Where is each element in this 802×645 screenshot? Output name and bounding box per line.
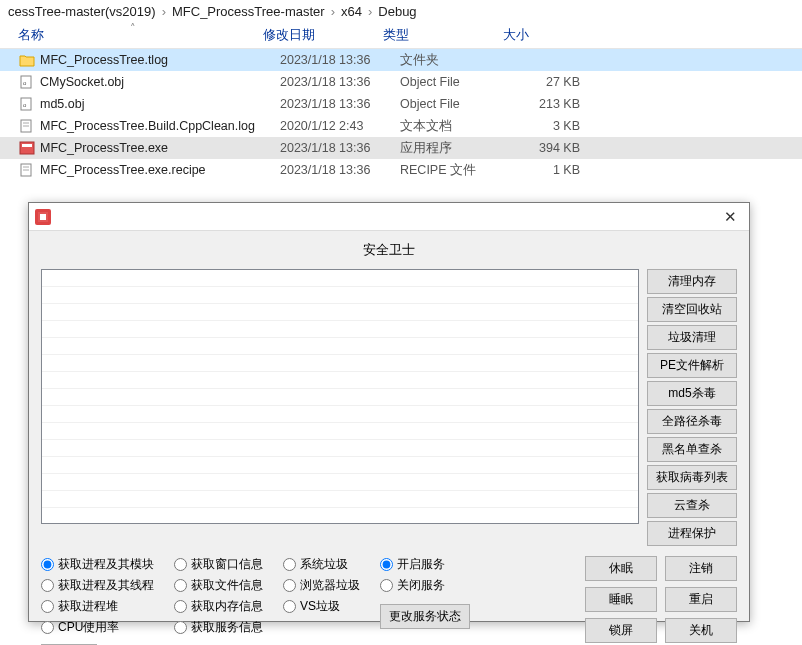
power-button[interactable]: 睡眠 (585, 587, 657, 612)
action-button[interactable]: 云查杀 (647, 493, 737, 518)
radio-label: CPU使用率 (58, 619, 119, 636)
col-date[interactable]: 修改日期 (263, 27, 383, 44)
radio-option[interactable]: 关闭服务 (380, 577, 470, 594)
radio-label: 关闭服务 (397, 577, 445, 594)
radio-option[interactable]: 获取文件信息 (174, 577, 263, 594)
file-icon (18, 162, 36, 178)
radio-option[interactable]: 获取窗口信息 (174, 556, 263, 573)
radio-option[interactable]: 获取进程及其线程 (41, 577, 154, 594)
file-date: 2023/1/18 13:36 (280, 75, 400, 89)
file-size: 394 KB (520, 141, 580, 155)
svg-rect-7 (20, 142, 34, 154)
action-button[interactable]: 获取病毒列表 (647, 465, 737, 490)
action-button[interactable]: 进程保护 (647, 521, 737, 546)
file-row[interactable]: MFC_ProcessTree.tlog2023/1/18 13:36文件夹 (0, 49, 802, 71)
radio-option[interactable]: 浏览器垃圾 (283, 577, 360, 594)
file-row[interactable]: oCMySocket.obj2023/1/18 13:36Object File… (0, 71, 802, 93)
file-type: Object File (400, 97, 520, 111)
breadcrumb-part[interactable]: cessTree-master(vs2019) (8, 4, 156, 19)
file-explorer: cessTree-master(vs2019) › MFC_ProcessTre… (0, 0, 802, 181)
radio-input[interactable] (41, 558, 54, 571)
chevron-right-icon: › (331, 4, 335, 19)
radio-input[interactable] (174, 621, 187, 634)
radio-option[interactable]: 获取进程及其模块 (41, 556, 154, 573)
file-name: MFC_ProcessTree.exe.recipe (40, 163, 280, 177)
security-dialog: ✕ 安全卫士 清理内存清空回收站垃圾清理PE文件解析md5杀毒全路径杀毒黑名单查… (28, 202, 750, 622)
breadcrumb-part[interactable]: x64 (341, 4, 362, 19)
radio-label: 获取窗口信息 (191, 556, 263, 573)
radio-input[interactable] (174, 558, 187, 571)
radio-input[interactable] (174, 600, 187, 613)
action-button[interactable]: 垃圾清理 (647, 325, 737, 350)
result-list[interactable] (41, 269, 639, 524)
file-size: 1 KB (520, 163, 580, 177)
file-type: 应用程序 (400, 140, 520, 157)
action-button[interactable]: 清理内存 (647, 269, 737, 294)
file-date: 2020/1/12 2:43 (280, 119, 400, 133)
radio-label: 获取进程及其模块 (58, 556, 154, 573)
radio-input[interactable] (380, 558, 393, 571)
radio-option[interactable]: 获取服务信息 (174, 619, 263, 636)
file-row[interactable]: MFC_ProcessTree.exe.recipe2023/1/18 13:3… (0, 159, 802, 181)
action-button[interactable]: 黑名单查杀 (647, 437, 737, 462)
file-type: RECIPE 文件 (400, 162, 520, 179)
col-type[interactable]: 类型 (383, 27, 503, 44)
power-button[interactable]: 锁屏 (585, 618, 657, 643)
col-size[interactable]: 大小 (503, 27, 583, 44)
file-date: 2023/1/18 13:36 (280, 53, 400, 67)
file-icon (18, 52, 36, 68)
radio-option[interactable]: VS垃圾 (283, 598, 360, 615)
radio-input[interactable] (174, 579, 187, 592)
col-name[interactable]: 名称 (18, 27, 263, 44)
radio-option[interactable]: 获取内存信息 (174, 598, 263, 615)
radio-input[interactable] (283, 579, 296, 592)
file-name: CMySocket.obj (40, 75, 280, 89)
radio-option[interactable]: CPU使用率 (41, 619, 154, 636)
file-list-header[interactable]: ˄ 名称 修改日期 类型 大小 (0, 23, 802, 49)
radio-option[interactable]: 开启服务 (380, 556, 470, 573)
file-date: 2023/1/18 13:36 (280, 141, 400, 155)
breadcrumb[interactable]: cessTree-master(vs2019) › MFC_ProcessTre… (0, 0, 802, 23)
power-button[interactable]: 休眠 (585, 556, 657, 581)
action-button[interactable]: PE文件解析 (647, 353, 737, 378)
radio-label: 获取文件信息 (191, 577, 263, 594)
dialog-titlebar[interactable]: ✕ (29, 203, 749, 231)
file-date: 2023/1/18 13:36 (280, 163, 400, 177)
file-name: MFC_ProcessTree.exe (40, 141, 280, 155)
file-row[interactable]: MFC_ProcessTree.Build.CppClean.log2020/1… (0, 115, 802, 137)
radio-input[interactable] (283, 600, 296, 613)
radio-input[interactable] (380, 579, 393, 592)
radio-input[interactable] (283, 558, 296, 571)
radio-option[interactable]: 系统垃圾 (283, 556, 360, 573)
power-button[interactable]: 注销 (665, 556, 737, 581)
file-type: 文件夹 (400, 52, 520, 69)
file-icon: o (18, 96, 36, 112)
radio-label: 系统垃圾 (300, 556, 348, 573)
radio-label: 获取进程及其线程 (58, 577, 154, 594)
radio-option[interactable]: 获取进程堆 (41, 598, 154, 615)
breadcrumb-part[interactable]: MFC_ProcessTree-master (172, 4, 325, 19)
radio-input[interactable] (41, 579, 54, 592)
change-service-button[interactable]: 更改服务状态 (380, 604, 470, 629)
action-button[interactable]: 全路径杀毒 (647, 409, 737, 434)
file-row[interactable]: omd5.obj2023/1/18 13:36Object File213 KB (0, 93, 802, 115)
radio-label: 浏览器垃圾 (300, 577, 360, 594)
power-button[interactable]: 重启 (665, 587, 737, 612)
power-button[interactable]: 关机 (665, 618, 737, 643)
close-icon[interactable]: ✕ (718, 208, 743, 226)
file-row[interactable]: MFC_ProcessTree.exe2023/1/18 13:36应用程序39… (0, 137, 802, 159)
action-button[interactable]: 清空回收站 (647, 297, 737, 322)
file-type: 文本文档 (400, 118, 520, 135)
radio-input[interactable] (41, 600, 54, 613)
file-name: md5.obj (40, 97, 280, 111)
file-list[interactable]: MFC_ProcessTree.tlog2023/1/18 13:36文件夹oC… (0, 49, 802, 181)
svg-rect-8 (22, 144, 32, 147)
action-button[interactable]: md5杀毒 (647, 381, 737, 406)
file-name: MFC_ProcessTree.Build.CppClean.log (40, 119, 280, 133)
svg-rect-13 (40, 214, 46, 220)
breadcrumb-part[interactable]: Debug (378, 4, 416, 19)
radio-label: 获取服务信息 (191, 619, 263, 636)
dialog-title: 安全卫士 (41, 239, 737, 269)
radio-input[interactable] (41, 621, 54, 634)
file-date: 2023/1/18 13:36 (280, 97, 400, 111)
